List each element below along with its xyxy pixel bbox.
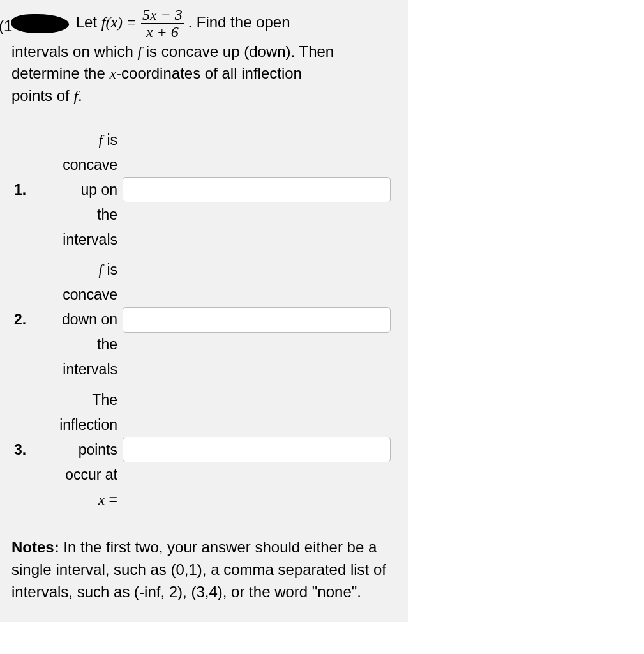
frac-denominator: x + 6 [141, 24, 184, 40]
stem-after-frac: . Find the open [188, 13, 290, 31]
answers-block: 1. f is concave up on the intervals 2. [11, 125, 396, 515]
answer-row-2: 2. f is concave down on the intervals [11, 255, 396, 384]
stem-period: . [78, 87, 82, 104]
stem-line3: determine the [11, 65, 105, 82]
stem-line2b: is concave up (down). Then [146, 43, 334, 60]
answer-input-2[interactable] [123, 307, 391, 333]
stem-fx: f(x) = [101, 14, 137, 31]
answer-input-3[interactable] [123, 437, 391, 462]
frac-numerator: 5x − 3 [141, 6, 184, 24]
answer-number-3: 3. [11, 385, 38, 515]
stem-let: Let [76, 13, 97, 31]
notes-body: In the first two, your answer should eit… [11, 538, 386, 600]
answer-label-3: The inflection points occur at x = [38, 385, 120, 515]
stem-line4: points of [11, 87, 70, 104]
answer-row-1: 1. f is concave up on the intervals [11, 125, 396, 255]
redacted-points-badge [11, 14, 69, 33]
stem-f1: f [137, 43, 142, 60]
answer-row-3: 3. The inflection points occur at x = [11, 385, 396, 515]
answer-label-2: f is concave down on the intervals [38, 255, 120, 384]
answer-number-1: 1. [11, 125, 38, 255]
notes-heading: Notes: [11, 538, 59, 556]
stem-line2a: intervals on which [11, 43, 133, 60]
stem-fraction: 5x − 3 x + 6 [141, 6, 184, 41]
notes-block: Notes: In the first two, your answer sho… [11, 536, 396, 603]
answer-input-1[interactable] [123, 177, 391, 202]
stem-xcoords: -coordinates of all inflection [116, 65, 302, 82]
answer-number-2: 2. [11, 255, 38, 384]
answer-label-1: f is concave up on the intervals [38, 125, 120, 255]
problem-stem: Let f(x) = 5x − 3 x + 6 . Find the open … [11, 6, 396, 107]
